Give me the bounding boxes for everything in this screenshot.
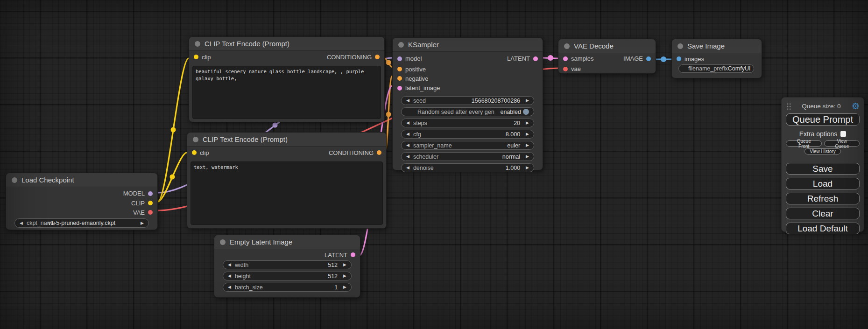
save-button[interactable]: Save bbox=[786, 163, 860, 175]
collapse-dot-icon[interactable] bbox=[193, 137, 198, 142]
widget-value: 1.000 bbox=[506, 165, 520, 171]
increment-arrow-icon[interactable]: ▶ bbox=[343, 263, 346, 267]
widget-denoise[interactable]: ◀ denoise 1.000 ▶ bbox=[401, 163, 534, 172]
increment-arrow-icon[interactable]: ▶ bbox=[526, 154, 529, 159]
drag-handle-icon[interactable] bbox=[786, 102, 791, 110]
widget-seed[interactable]: ◀ seed 156680208700286 ▶ bbox=[401, 96, 534, 105]
input-slot-images[interactable] bbox=[677, 56, 681, 61]
extra-options-label: Extra options bbox=[799, 130, 838, 138]
node-load-checkpoint[interactable]: Load Checkpoint MODEL CLIP VAE ◀ ckpt_na… bbox=[6, 173, 158, 230]
output-slot-latent[interactable] bbox=[533, 56, 538, 61]
node-empty-latent-image[interactable]: Empty Latent Image LATENT ◀ width 512 ▶ … bbox=[214, 235, 360, 298]
output-slot-clip[interactable] bbox=[148, 201, 153, 205]
settings-gear-icon[interactable]: ⚙ bbox=[852, 102, 860, 111]
collapse-dot-icon[interactable] bbox=[195, 41, 200, 47]
node-vae-decode[interactable]: VAE Decode samples IMAGE vae bbox=[558, 39, 656, 74]
node-title-bar[interactable]: VAE Decode bbox=[558, 39, 656, 53]
input-slot-vae[interactable] bbox=[563, 67, 568, 71]
node-ksampler[interactable]: KSampler model LATENT positive negative … bbox=[392, 37, 543, 170]
widget-value: 8.000 bbox=[506, 131, 520, 138]
widget-label: batch_size bbox=[235, 284, 263, 291]
decrement-arrow-icon[interactable]: ◀ bbox=[406, 98, 409, 103]
input-label-clip: clip bbox=[200, 149, 209, 156]
widget-label: scheduler bbox=[413, 154, 438, 160]
input-slot-latent-image[interactable] bbox=[397, 86, 402, 91]
increment-arrow-icon[interactable]: ▶ bbox=[343, 285, 346, 289]
increment-arrow-icon[interactable]: ▶ bbox=[526, 132, 529, 136]
node-clip-text-encode-positive[interactable]: CLIP Text Encode (Prompt) clip CONDITION… bbox=[189, 36, 385, 122]
output-label-image: IMAGE bbox=[623, 55, 643, 62]
widget-label: denoise bbox=[413, 165, 434, 171]
collapse-dot-icon[interactable] bbox=[12, 177, 17, 183]
output-slot-latent[interactable] bbox=[351, 252, 355, 257]
input-slot-clip[interactable] bbox=[192, 150, 197, 155]
load-default-button[interactable]: Load Default bbox=[786, 223, 860, 234]
refresh-button[interactable]: Refresh bbox=[786, 193, 860, 204]
extra-options-checkbox[interactable] bbox=[840, 131, 846, 137]
widget-cfg[interactable]: ◀ cfg 8.000 ▶ bbox=[401, 130, 534, 139]
widget-sampler-name[interactable]: ◀ sampler_name euler ▶ bbox=[401, 141, 534, 150]
decrement-arrow-icon[interactable]: ◀ bbox=[406, 154, 409, 159]
widget-label: filename_prefix bbox=[688, 65, 728, 72]
view-history-button[interactable]: View History bbox=[804, 148, 840, 154]
node-title: CLIP Text Encode (Prompt) bbox=[205, 40, 289, 48]
widget-label: cfg bbox=[413, 131, 421, 138]
widget-ckpt-name[interactable]: ◀ ckpt_name v1-5-pruned-emaonly.ckpt ▶ bbox=[14, 218, 149, 228]
node-title-bar[interactable]: KSampler bbox=[393, 38, 543, 52]
queue-prompt-button[interactable]: Queue Prompt bbox=[786, 113, 860, 126]
decrement-arrow-icon[interactable]: ◀ bbox=[228, 274, 231, 278]
widget-label: height bbox=[235, 273, 251, 280]
collapse-dot-icon[interactable] bbox=[677, 43, 683, 49]
negative-prompt-textarea[interactable]: text, watermark bbox=[191, 161, 383, 225]
node-title-bar[interactable]: Load Checkpoint bbox=[6, 173, 157, 187]
node-title: CLIP Text Encode (Prompt) bbox=[203, 135, 288, 143]
node-title-bar[interactable]: CLIP Text Encode (Prompt) bbox=[187, 133, 386, 147]
output-slot-vae[interactable] bbox=[148, 210, 153, 215]
input-slot-positive[interactable] bbox=[397, 67, 402, 71]
input-slot-clip[interactable] bbox=[194, 55, 198, 59]
output-slot-conditioning[interactable] bbox=[377, 150, 381, 155]
widget-filename-prefix[interactable]: filename_prefix ComfyUI bbox=[678, 64, 754, 73]
increment-arrow-icon[interactable]: ▶ bbox=[526, 166, 529, 170]
input-slot-samples[interactable] bbox=[563, 56, 568, 61]
decrement-arrow-icon[interactable]: ◀ bbox=[406, 132, 409, 136]
queue-front-button[interactable]: Queue Front bbox=[786, 140, 822, 147]
clear-button[interactable]: Clear bbox=[786, 208, 860, 219]
comfyui-canvas[interactable]: { "colors": { "model": "#B49CD9", "clip"… bbox=[0, 0, 868, 329]
decrement-arrow-icon[interactable]: ◀ bbox=[406, 166, 409, 170]
node-save-image[interactable]: Save Image images filename_prefix ComfyU… bbox=[671, 39, 762, 78]
decrement-arrow-icon[interactable]: ◀ bbox=[406, 121, 409, 125]
collapse-dot-icon[interactable] bbox=[564, 43, 570, 49]
toggle-circle-icon[interactable] bbox=[523, 109, 529, 115]
widget-steps[interactable]: ◀ steps 20 ▶ bbox=[401, 119, 534, 127]
increment-arrow-icon[interactable]: ▶ bbox=[526, 143, 529, 147]
load-button[interactable]: Load bbox=[786, 178, 860, 189]
widget-random-seed-toggle[interactable]: Random seed after every gen enabled bbox=[401, 107, 534, 116]
queue-menu-panel[interactable]: Queue size: 0 ⚙ Queue Prompt Extra optio… bbox=[781, 97, 864, 232]
increment-arrow-icon[interactable]: ▶ bbox=[526, 98, 529, 103]
increment-arrow-icon[interactable]: ▶ bbox=[343, 274, 346, 278]
widget-value: 1 bbox=[334, 284, 338, 291]
input-slot-model[interactable] bbox=[397, 56, 402, 61]
output-slot-conditioning[interactable] bbox=[375, 55, 380, 59]
collapse-dot-icon[interactable] bbox=[398, 42, 404, 48]
decrement-arrow-icon[interactable]: ◀ bbox=[228, 263, 231, 267]
decrement-arrow-icon[interactable]: ◀ bbox=[406, 143, 409, 147]
view-queue-button[interactable]: View Queue bbox=[824, 140, 860, 147]
node-clip-text-encode-negative[interactable]: CLIP Text Encode (Prompt) clip CONDITION… bbox=[187, 132, 387, 229]
output-slot-image[interactable] bbox=[646, 56, 651, 61]
input-slot-negative[interactable] bbox=[397, 76, 402, 81]
positive-prompt-textarea[interactable]: beautiful scenery nature glass bottle la… bbox=[192, 66, 381, 119]
increment-arrow-icon[interactable]: ▶ bbox=[526, 121, 529, 125]
widget-width[interactable]: ◀ width 512 ▶ bbox=[223, 260, 352, 269]
wire-clip-negative bbox=[158, 153, 187, 202]
widget-height[interactable]: ◀ height 512 ▶ bbox=[223, 272, 352, 280]
widget-scheduler[interactable]: ◀ scheduler normal ▶ bbox=[401, 152, 534, 161]
output-slot-model[interactable] bbox=[148, 191, 153, 196]
decrement-arrow-icon[interactable]: ◀ bbox=[228, 285, 231, 289]
node-title-bar[interactable]: Save Image bbox=[672, 39, 762, 53]
widget-batch-size[interactable]: ◀ batch_size 1 ▶ bbox=[223, 283, 352, 292]
node-title-bar[interactable]: CLIP Text Encode (Prompt) bbox=[189, 37, 384, 51]
node-title-bar[interactable]: Empty Latent Image bbox=[214, 235, 360, 249]
collapse-dot-icon[interactable] bbox=[220, 239, 226, 245]
